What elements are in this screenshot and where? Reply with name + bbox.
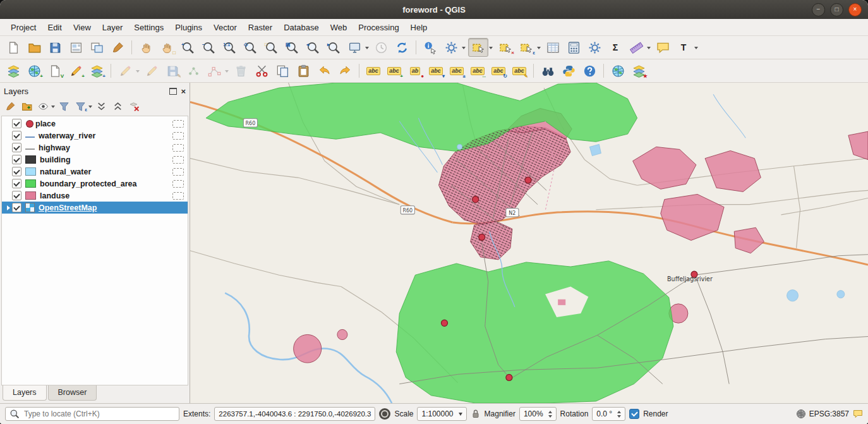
identify-features-button[interactable] [421, 39, 440, 56]
menu-layer[interactable]: Layer [97, 21, 129, 34]
titlebar[interactable]: foreword - QGIS −□× [0, 0, 868, 19]
separator[interactable] [601, 62, 606, 80]
select-by-expression-button[interactable]: ε [517, 39, 536, 56]
zoom-next-button[interactable]: ▸ [324, 39, 343, 56]
new-geopackage-layer-button[interactable]: V [45, 62, 64, 80]
menu-processing[interactable]: Processing [353, 21, 404, 34]
menu-web[interactable]: Web [325, 21, 353, 34]
expand-arrow-icon[interactable] [4, 205, 12, 210]
menu-help[interactable]: Help [405, 21, 433, 34]
open-layer-styling-button[interactable] [3, 99, 18, 113]
move-label-button[interactable]: abc ↔ [468, 62, 487, 80]
open-attribute-table-button[interactable] [543, 39, 562, 56]
spin-up-icon[interactable] [617, 409, 621, 413]
open-data-source-manager-button[interactable] [4, 62, 23, 80]
text-annotation-button[interactable]: T [674, 39, 693, 56]
show-hide-labels-button[interactable]: abc ± [447, 62, 466, 80]
add-group-button[interactable] [19, 99, 34, 113]
copy-features-button[interactable] [273, 62, 292, 80]
menu-settings[interactable]: Settings [128, 21, 169, 34]
menu-database[interactable]: Database [278, 21, 325, 34]
refresh-button[interactable] [392, 39, 411, 56]
separator[interactable] [108, 62, 114, 80]
zoom-native-button[interactable]: 1:1 [220, 39, 239, 56]
manage-map-themes-button[interactable] [35, 99, 51, 113]
new-shapefile-layer-button[interactable]: + [66, 62, 85, 80]
highlight-pinned-labels-button[interactable]: ab ● [406, 62, 425, 80]
cut-features-button[interactable] [252, 62, 271, 80]
layer-row-building[interactable]: building [2, 154, 188, 166]
layer-diagram-button[interactable]: abc + [385, 62, 404, 80]
scale-combo[interactable]: 1:100000 [417, 407, 466, 421]
new-map-view-button[interactable] [345, 39, 364, 56]
measure-button[interactable] [627, 39, 646, 56]
layer-checkbox[interactable] [12, 119, 21, 128]
current-edits-button[interactable] [116, 62, 135, 80]
layer-checkbox[interactable] [12, 155, 21, 164]
menu-project[interactable]: Project [5, 21, 42, 34]
zoom-in-button[interactable]: + [178, 39, 197, 56]
separator[interactable] [129, 39, 135, 56]
help-button[interactable] [580, 62, 599, 80]
menu-raster[interactable]: Raster [243, 21, 278, 34]
pan-to-selection-button[interactable]: □ [157, 39, 176, 56]
zoom-to-layer-button[interactable]: ▤ [282, 39, 301, 56]
maximize-button[interactable]: □ [830, 3, 843, 16]
lock-scale-icon[interactable] [471, 409, 481, 419]
dock-float-button[interactable] [169, 88, 177, 95]
zoom-last-button[interactable]: ◂ [303, 39, 322, 56]
temporal-controller-button[interactable] [371, 39, 390, 56]
layer-row-natural-water[interactable]: natural_water [2, 166, 188, 178]
separator[interactable] [531, 62, 536, 80]
zoom-out-button[interactable]: − [199, 39, 218, 56]
change-label-button[interactable]: abc ✎ [510, 62, 529, 80]
delete-selected-button[interactable] [231, 62, 250, 80]
tab-layers[interactable]: Layers [3, 385, 47, 401]
deselect-features-button[interactable]: × [496, 39, 515, 56]
plugin-tool-2-button[interactable]: ★ [629, 62, 648, 80]
filter-by-expression-button[interactable]: ε [73, 99, 88, 113]
locator-input[interactable] [23, 409, 175, 419]
locator[interactable] [5, 407, 179, 421]
magnifier-spinbox[interactable]: 100% [519, 407, 557, 421]
render-checkbox[interactable] [629, 409, 639, 419]
run-feature-action-button[interactable] [442, 39, 461, 56]
tab-browser[interactable]: Browser [48, 385, 97, 401]
redo-button[interactable] [335, 62, 354, 80]
layer-row-openstreetmap[interactable]: OpenStreetMap [2, 202, 188, 214]
pin-labels-button[interactable]: abc ▾ [426, 62, 445, 80]
python-console-button[interactable] [559, 62, 578, 80]
field-calculator-button[interactable] [564, 39, 583, 56]
vertex-tool-button[interactable] [205, 62, 224, 80]
rotation-spinbox[interactable]: 0.0 ° [592, 407, 625, 421]
extent-refresh-button[interactable] [379, 408, 390, 420]
add-vector-layer-button[interactable]: + [25, 62, 44, 80]
layer-checkbox[interactable] [12, 179, 21, 188]
menu-plugins[interactable]: Plugins [169, 21, 208, 34]
layer-row-landuse[interactable]: landuse [2, 190, 188, 202]
remove-layer-button[interactable] [126, 99, 142, 113]
paste-features-button[interactable] [294, 62, 313, 80]
separator[interactable] [413, 39, 419, 56]
style-manager-button[interactable] [108, 39, 127, 56]
minimize-button[interactable]: − [812, 3, 825, 16]
menu-view[interactable]: View [68, 21, 97, 34]
map-tips-button[interactable] [653, 39, 672, 56]
close-button[interactable]: × [848, 3, 862, 16]
plugin-tool-1-button[interactable] [608, 62, 627, 80]
new-project-button[interactable] [4, 39, 23, 56]
layer-checkbox[interactable] [12, 131, 21, 140]
expand-all-button[interactable] [93, 99, 109, 113]
layer-row-waterway-river[interactable]: waterway_river [2, 130, 188, 142]
spin-down-icon[interactable] [617, 415, 621, 420]
zoom-full-button[interactable]: ◇ [241, 39, 260, 56]
filter-legend-button[interactable] [56, 99, 71, 113]
messages-icon[interactable] [853, 409, 863, 419]
chevron-down-icon[interactable] [459, 413, 462, 418]
new-virtual-layer-button[interactable]: + [87, 62, 106, 80]
crs-status-button[interactable]: EPSG:3857 [796, 409, 849, 419]
open-project-button[interactable] [25, 39, 44, 56]
dock-close-button[interactable]: × [181, 87, 186, 95]
select-features-button[interactable] [468, 38, 488, 57]
undo-button[interactable] [315, 62, 334, 80]
